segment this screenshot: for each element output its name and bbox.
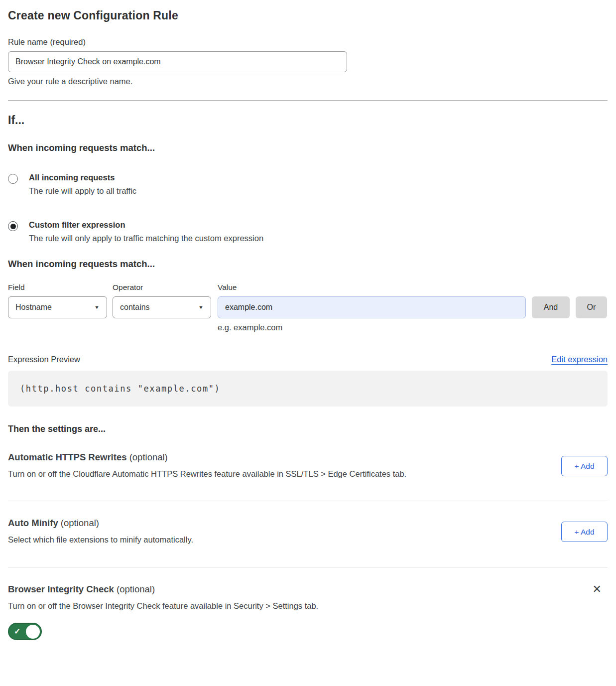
if-heading: If... (8, 114, 608, 127)
setting-description: Turn on or off the Browser Integrity Che… (8, 601, 506, 611)
section-divider (8, 100, 608, 101)
setting-title: Browser Integrity Check (8, 584, 114, 594)
setting-description: Turn on or off the Cloudflare Automatic … (8, 469, 506, 479)
rule-name-input[interactable] (8, 51, 347, 72)
or-button[interactable]: Or (576, 296, 607, 318)
value-input[interactable] (218, 296, 526, 318)
radio-unselected-icon[interactable] (8, 174, 18, 184)
then-settings-heading: Then the settings are... (8, 424, 608, 434)
rule-name-label: Rule name (required) (8, 37, 608, 47)
section-divider (8, 501, 608, 501)
radio-description: The rule will only apply to traffic matc… (29, 234, 263, 243)
field-select[interactable]: Hostname ▼ (8, 296, 107, 318)
browser-integrity-check-toggle[interactable]: ✓ (8, 623, 42, 640)
setting-description: Select which file extensions to minify a… (8, 535, 506, 545)
radio-label[interactable]: Custom filter expression (29, 220, 263, 230)
page-title: Create new Configuration Rule (8, 9, 608, 22)
expression-builder-controls: Hostname ▼ contains ▼ And Or (8, 296, 608, 318)
value-help-text: e.g. example.com (218, 323, 608, 332)
expression-preview-row: Expression Preview Edit expression (8, 355, 608, 364)
setting-title: Auto Minify (8, 518, 58, 528)
radio-label[interactable]: All incoming requests (29, 173, 136, 182)
rule-name-help: Give your rule a descriptive name. (8, 77, 608, 86)
expression-code: (http.host contains "example.com") (20, 384, 220, 394)
add-button[interactable]: + Add (561, 522, 608, 542)
setting-auto-minify: Auto Minify (optional) Select which file… (8, 518, 608, 545)
check-icon: ✓ (14, 627, 20, 636)
add-button[interactable]: + Add (561, 456, 608, 476)
chevron-down-icon: ▼ (94, 305, 100, 310)
radio-selected-icon[interactable] (8, 221, 18, 231)
radio-description: The rule will apply to all traffic (29, 186, 136, 196)
setting-browser-integrity-check: Browser Integrity Check (optional) ✕ Tur… (8, 584, 608, 640)
setting-optional-tag: (optional) (61, 518, 99, 528)
operator-label: Operator (113, 283, 218, 292)
setting-automatic-https-rewrites: Automatic HTTPS Rewrites (optional) Turn… (8, 452, 608, 479)
when-match-heading: When incoming requests match... (8, 142, 608, 153)
chevron-down-icon: ▼ (198, 305, 204, 310)
radio-option-all-incoming-requests[interactable]: All incoming requests The rule will appl… (8, 173, 608, 196)
edit-expression-link[interactable]: Edit expression (551, 355, 608, 364)
expression-builder-heading: When incoming requests match... (8, 259, 608, 270)
setting-title: Automatic HTTPS Rewrites (8, 452, 127, 462)
operator-select[interactable]: contains ▼ (113, 296, 211, 318)
setting-optional-tag: (optional) (129, 452, 168, 462)
value-label: Value (218, 283, 237, 292)
expression-preview-box: (http.host contains "example.com") (8, 371, 608, 407)
field-label: Field (8, 283, 113, 292)
toggle-knob[interactable] (26, 625, 40, 639)
close-icon[interactable]: ✕ (593, 584, 602, 595)
operator-select-value: contains (120, 303, 150, 312)
and-button[interactable]: And (532, 296, 570, 318)
field-select-value: Hostname (15, 303, 52, 312)
expression-preview-label: Expression Preview (8, 355, 80, 364)
section-divider (8, 567, 608, 567)
setting-optional-tag: (optional) (117, 584, 155, 594)
radio-option-custom-filter-expression[interactable]: Custom filter expression The rule will o… (8, 220, 608, 243)
expression-builder-labels: Field Operator Value (8, 283, 608, 292)
create-configuration-rule-page: Create new Configuration Rule Rule name … (0, 0, 616, 640)
